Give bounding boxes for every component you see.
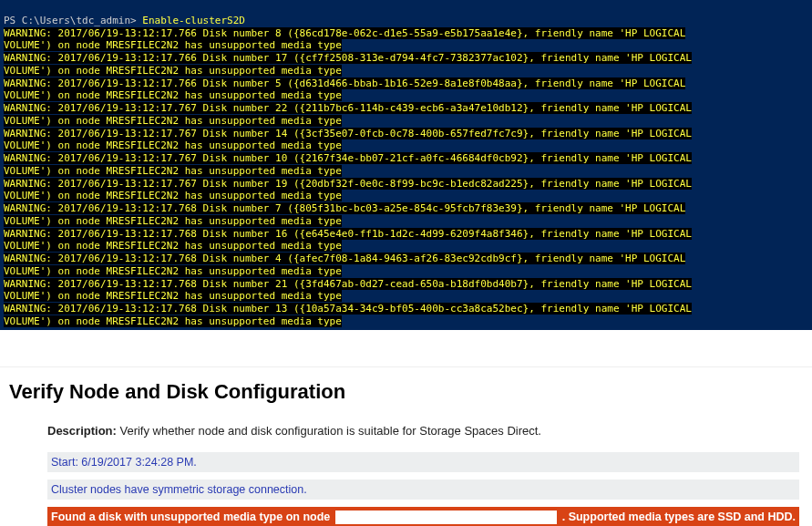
- prompt-command: Enable-clusterS2D: [142, 15, 245, 26]
- warning-line: WARNING: 2017/06/19-13:12:17.767 Disk nu…: [4, 178, 692, 190]
- warning-line: WARNING: 2017/06/19-13:12:17.768 Disk nu…: [4, 303, 692, 315]
- powershell-terminal: PS C:\Users\tdc_admin> Enable-clusterS2D…: [0, 0, 812, 332]
- terminal-output: WARNING: 2017/06/19-13:12:17.766 Disk nu…: [4, 27, 808, 328]
- warning-line: VOLUME') on node MRESFILEC2N2 has unsupp…: [4, 215, 342, 227]
- report-heading: Verify Node and Disk Configuration: [9, 380, 803, 404]
- redacted-node-name: [335, 511, 556, 524]
- warning-line: WARNING: 2017/06/19-13:12:17.766 Disk nu…: [4, 52, 692, 64]
- warning-line: WARNING: 2017/06/19-13:12:17.767 Disk nu…: [4, 102, 692, 114]
- warning-line: VOLUME') on node MRESFILEC2N2 has unsupp…: [4, 39, 342, 51]
- warning-line: VOLUME') on node MRESFILEC2N2 has unsupp…: [4, 315, 342, 327]
- warning-line: VOLUME') on node MRESFILEC2N2 has unsupp…: [4, 165, 342, 177]
- prompt-line: PS C:\Users\tdc_admin> Enable-clusterS2D: [4, 15, 808, 27]
- warning-line: WARNING: 2017/06/19-13:12:17.768 Disk nu…: [4, 228, 692, 240]
- warning-line: VOLUME') on node MRESFILEC2N2 has unsupp…: [4, 265, 342, 277]
- warning-line: VOLUME') on node MRESFILEC2N2 has unsupp…: [4, 190, 342, 201]
- warning-line: WARNING: 2017/06/19-13:12:17.767 Disk nu…: [4, 152, 692, 164]
- warning-line: WARNING: 2017/06/19-13:12:17.768 Disk nu…: [4, 253, 685, 264]
- warning-line: VOLUME') on node MRESFILEC2N2 has unsupp…: [4, 115, 342, 127]
- validation-report: Verify Node and Disk Configuration Descr…: [0, 366, 812, 527]
- warning-line: VOLUME') on node MRESFILEC2N2 has unsupp…: [4, 89, 342, 101]
- symmetric-row: Cluster nodes have symmetric storage con…: [47, 480, 799, 500]
- warning-line: WARNING: 2017/06/19-13:12:17.768 Disk nu…: [4, 278, 692, 290]
- warning-line: VOLUME') on node MRESFILEC2N2 has unsupp…: [4, 240, 342, 252]
- warning-line: VOLUME') on node MRESFILEC2N2 has unsupp…: [4, 65, 342, 77]
- prompt-path: PS C:\Users\tdc_admin>: [4, 15, 137, 26]
- warning-line: VOLUME') on node MRESFILEC2N2 has unsupp…: [4, 139, 342, 151]
- description-label: Description:: [47, 424, 117, 438]
- start-row: Start: 6/19/2017 3:24:28 PM.: [47, 452, 799, 472]
- warning-line: WARNING: 2017/06/19-13:12:17.768 Disk nu…: [4, 202, 685, 214]
- warning-line: VOLUME') on node MRESFILEC2N2 has unsupp…: [4, 290, 342, 302]
- error-row-1: Found a disk with unsupported media type…: [47, 507, 799, 527]
- description-text: Verify whether node and disk configurati…: [119, 424, 540, 438]
- report-description: Description: Verify whether node and dis…: [47, 424, 803, 438]
- warning-line: WARNING: 2017/06/19-13:12:17.767 Disk nu…: [4, 128, 692, 139]
- warning-line: WARNING: 2017/06/19-13:12:17.766 Disk nu…: [4, 27, 685, 39]
- error-text-left: Found a disk with unsupported media type…: [51, 511, 330, 523]
- warning-line: WARNING: 2017/06/19-13:12:17.766 Disk nu…: [4, 77, 685, 89]
- error-text-right: . Supported media types are SSD and HDD.: [562, 511, 796, 523]
